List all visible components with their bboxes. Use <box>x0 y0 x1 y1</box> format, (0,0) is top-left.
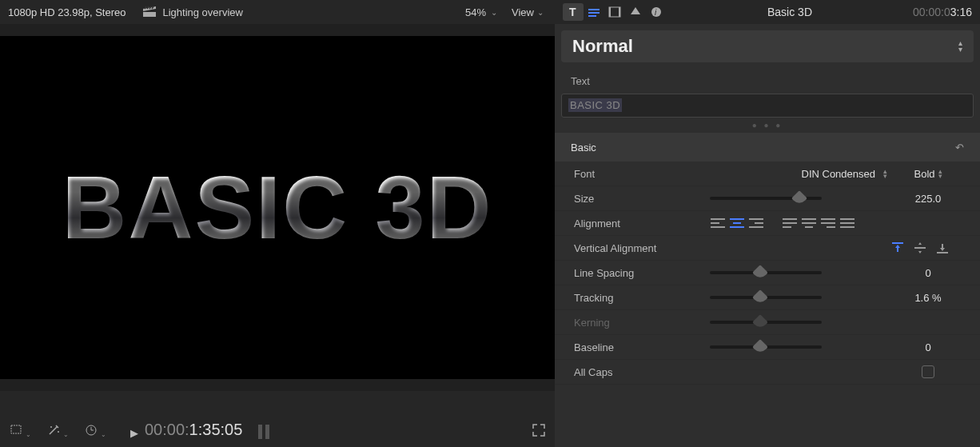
resize-handle-icon[interactable]: ● ● ● <box>555 118 980 133</box>
inspector-title: Basic 3D <box>667 6 913 18</box>
text-style-value: Normal <box>572 36 633 57</box>
all-caps-row: All Caps <box>555 360 980 385</box>
valign-label: Vertical Alignment <box>574 242 710 254</box>
audio-meter-icon <box>258 425 269 439</box>
line-spacing-row: Line Spacing 0 <box>555 261 980 285</box>
valign-row: Vertical Alignment <box>555 236 980 261</box>
svg-rect-9 <box>609 7 611 17</box>
font-label: Font <box>574 168 710 180</box>
zoom-value[interactable]: 54% <box>465 6 486 18</box>
viewer-timecode[interactable]: 00:00:1:35:05 <box>145 420 242 439</box>
svg-rect-7 <box>588 15 596 17</box>
all-caps-label: All Caps <box>574 366 710 378</box>
svg-point-1 <box>50 426 52 428</box>
align-right-icon[interactable] <box>748 217 764 229</box>
zoom-chevron-icon[interactable]: ⌄ <box>491 8 497 17</box>
generator-inspector-tab[interactable] <box>625 3 646 21</box>
baseline-value[interactable]: 0 <box>892 341 964 353</box>
all-caps-checkbox[interactable] <box>922 365 934 378</box>
play-button-icon[interactable]: ▶ <box>130 427 138 439</box>
svg-rect-5 <box>588 9 600 10</box>
alignment-label: Alignment <box>574 218 710 229</box>
view-chevron-icon[interactable]: ⌄ <box>537 8 544 17</box>
align-justify-left-icon[interactable] <box>782 217 798 229</box>
enhance-tool-icon[interactable]: ⌄ <box>47 424 69 439</box>
tracking-label: Tracking <box>574 292 710 304</box>
title-inspector-tab[interactable] <box>584 3 604 21</box>
text-content-value: BASIC 3D <box>568 98 622 112</box>
size-row: Size 225.0 <box>555 186 980 211</box>
kerning-label: Kerning <box>574 317 710 329</box>
canvas-3d-text[interactable]: BASIC 3D <box>62 156 493 259</box>
tracking-value[interactable]: 1.6 % <box>892 292 964 304</box>
chevron-icon[interactable]: ▴▾ <box>938 169 942 178</box>
tracking-row: Tracking 1.6 % <box>555 285 980 310</box>
baseline-label: Baseline <box>574 341 710 353</box>
viewer-panel: 1080p HD 23.98p, Stereo Lighting overvie… <box>0 0 555 447</box>
inspector-header: T i Basic 3D 00:00:03:16 <box>555 0 980 24</box>
viewer-footer: ⌄ ⌄ ⌄ ▶ 00:00:1:35:05 <box>0 391 555 447</box>
valign-bottom-icon[interactable] <box>937 241 948 256</box>
timecode-main: 1:35:05 <box>189 421 243 438</box>
size-value[interactable]: 225.0 <box>892 193 964 205</box>
group-title: Basic <box>571 142 596 154</box>
retime-tool-icon[interactable]: ⌄ <box>85 424 106 439</box>
format-info: 1080p HD 23.98p, Stereo <box>8 6 125 18</box>
kerning-slider <box>710 321 822 324</box>
text-section-label: Text <box>555 62 980 94</box>
baseline-slider[interactable] <box>710 345 822 349</box>
view-menu[interactable]: View <box>512 6 534 18</box>
font-family-select[interactable]: DIN Condensed <box>802 168 876 180</box>
text-style-dropdown[interactable]: Normal ▴▾ <box>561 30 974 62</box>
baseline-row: Baseline 0 <box>555 335 980 360</box>
text-inspector-tab[interactable]: T <box>563 3 584 21</box>
svg-point-2 <box>58 431 59 433</box>
crop-tool-icon[interactable]: ⌄ <box>10 424 31 439</box>
size-label: Size <box>574 193 710 205</box>
svg-rect-6 <box>588 12 600 14</box>
dropdown-chevron-icon: ▴▾ <box>958 40 962 53</box>
info-inspector-tab[interactable]: i <box>646 3 667 21</box>
inspector-timecode: 00:00:03:16 <box>913 6 972 18</box>
align-center-icon[interactable] <box>729 217 745 229</box>
inspector-panel: T i Basic 3D 00:00:03:16 Normal ▴▾ Text … <box>555 0 980 447</box>
valign-middle-icon[interactable] <box>914 241 926 256</box>
font-row: Font DIN Condensed ▴▾ Bold ▴▾ <box>555 162 980 186</box>
svg-text:T: T <box>569 6 576 18</box>
clip-title[interactable]: Lighting overview <box>162 6 465 18</box>
fullscreen-icon[interactable] <box>532 424 545 439</box>
valign-top-icon[interactable] <box>892 241 903 256</box>
viewer-canvas[interactable]: BASIC 3D <box>0 36 555 379</box>
alignment-row: Alignment <box>555 211 980 236</box>
svg-rect-0 <box>11 425 21 433</box>
video-inspector-tab[interactable] <box>604 3 625 21</box>
line-spacing-value[interactable]: 0 <box>892 267 964 279</box>
timecode-dim: 00:00: <box>145 421 189 438</box>
align-justify-center-icon[interactable] <box>801 217 817 229</box>
svg-rect-8 <box>609 7 620 17</box>
basic-group-header[interactable]: Basic ↶ <box>555 133 980 162</box>
tracking-slider[interactable] <box>710 296 822 299</box>
font-weight-select[interactable]: Bold <box>914 168 934 180</box>
reset-icon[interactable]: ↶ <box>955 142 964 154</box>
text-content-input[interactable]: BASIC 3D <box>561 94 974 118</box>
kerning-row: Kerning <box>555 310 980 335</box>
align-justify-all-icon[interactable] <box>839 217 855 229</box>
clapperboard-icon <box>143 6 156 19</box>
align-left-icon[interactable] <box>710 217 726 229</box>
line-spacing-label: Line Spacing <box>574 267 710 279</box>
size-slider[interactable] <box>710 197 822 200</box>
align-justify-right-icon[interactable] <box>820 217 836 229</box>
svg-rect-10 <box>619 7 620 17</box>
viewer-header: 1080p HD 23.98p, Stereo Lighting overvie… <box>0 0 555 24</box>
chevron-icon[interactable]: ▴▾ <box>883 169 887 178</box>
line-spacing-slider[interactable] <box>710 271 822 274</box>
